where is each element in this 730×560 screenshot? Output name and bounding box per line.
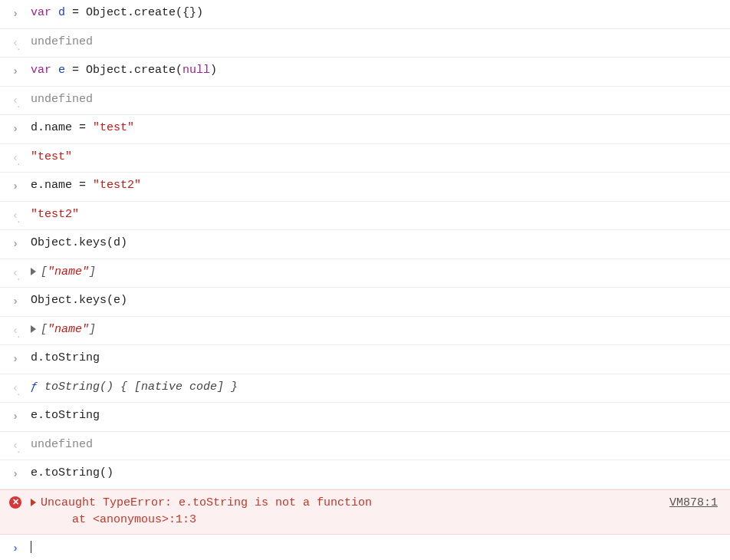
console-input-row: › Object.keys(e) — [0, 288, 730, 317]
input-prompt-icon: › — [5, 407, 26, 427]
console-input-row: › Object.keys(d) — [0, 230, 730, 259]
text-cursor — [31, 541, 31, 553]
console-input-code[interactable]: d.toString — [26, 350, 724, 367]
console-input-code[interactable]: Object.keys(e) — [26, 292, 724, 310]
input-prompt-icon: › — [5, 120, 26, 139]
console-input-row: › e.toString() — [0, 460, 730, 489]
console-current-input-row[interactable]: › — [0, 535, 730, 561]
console-output: "test" — [26, 149, 724, 166]
console-input-row: › d.name = "test" — [0, 115, 730, 144]
expand-triangle-icon[interactable] — [31, 325, 36, 333]
output-prompt-icon: ‹ — [5, 264, 26, 283]
console-output-row: ‹ ƒ toString() { [native code] } — [0, 374, 730, 404]
console-input-code[interactable]: e.name = "test2" — [26, 177, 724, 195]
error-message: Uncaught TypeError: e.toString is not a … — [41, 496, 372, 509]
input-prompt-icon: › — [5, 292, 26, 311]
console-input-code[interactable]: e.toString() — [26, 465, 724, 483]
input-prompt-icon: › — [5, 235, 26, 254]
console-output-row: ‹ undefined — [0, 87, 730, 116]
console-input-code[interactable]: e.toString — [26, 407, 724, 425]
console-output-row: ‹ ["name"] — [0, 317, 730, 346]
output-prompt-icon: ‹ — [5, 321, 26, 341]
output-prompt-icon: ‹ — [5, 436, 26, 456]
output-prompt-icon: ‹ — [5, 206, 26, 226]
input-prompt-icon: › — [5, 350, 26, 369]
console-input-code[interactable]: Object.keys(d) — [26, 235, 724, 252]
input-prompt-icon: › — [5, 62, 26, 81]
output-prompt-icon: ‹ — [5, 91, 26, 110]
console-output-expandable[interactable]: ["name"] — [26, 264, 724, 282]
expand-triangle-icon[interactable] — [31, 499, 36, 506]
input-prompt-icon: › — [5, 465, 26, 484]
console-input-row: › d.toString — [0, 345, 730, 374]
input-prompt-icon: › — [5, 177, 26, 196]
expand-triangle-icon[interactable] — [31, 268, 36, 275]
output-prompt-icon: ‹ — [5, 379, 26, 398]
console-input-row: › e.name = "test2" — [0, 173, 730, 202]
console-input-code[interactable]: d.name = "test" — [26, 120, 724, 137]
console-input-code[interactable]: var e = Object.create(null) — [26, 62, 724, 80]
console-output-expandable[interactable]: ["name"] — [26, 321, 724, 339]
error-source-link[interactable]: VM878:1 — [669, 495, 724, 512]
console-output-row: ‹ ["name"] — [0, 259, 730, 288]
console-current-input[interactable] — [26, 539, 724, 557]
error-icon: ✕ — [5, 495, 26, 509]
input-prompt-icon: › — [5, 5, 26, 24]
console-output: undefined — [26, 91, 724, 109]
current-prompt-icon: › — [5, 539, 26, 558]
console-input-code[interactable]: var d = Object.create({}) — [26, 5, 724, 22]
console-error-row: ✕ Uncaught TypeError: e.toString is not … — [0, 489, 730, 535]
console-input-row: › e.toString — [0, 403, 730, 432]
console-input-row: › var d = Object.create({}) — [0, 0, 730, 29]
console-input-row: › var e = Object.create(null) — [0, 58, 730, 87]
console-output-row: ‹ "test2" — [0, 202, 730, 231]
console-output: ƒ toString() { [native code] } — [26, 379, 724, 397]
output-prompt-icon: ‹ — [5, 34, 26, 53]
console-error-expandable[interactable]: Uncaught TypeError: e.toString is not a … — [26, 495, 669, 529]
console-output-row: ‹ "test" — [0, 144, 730, 173]
console-output: "test2" — [26, 206, 724, 224]
console-output: undefined — [26, 34, 724, 51]
error-stack: at <anonymous>:1:3 — [31, 513, 196, 526]
console-output-row: ‹ undefined — [0, 432, 730, 461]
console-output: undefined — [26, 436, 724, 454]
output-prompt-icon: ‹ — [5, 149, 26, 168]
console-output-row: ‹ undefined — [0, 29, 730, 58]
